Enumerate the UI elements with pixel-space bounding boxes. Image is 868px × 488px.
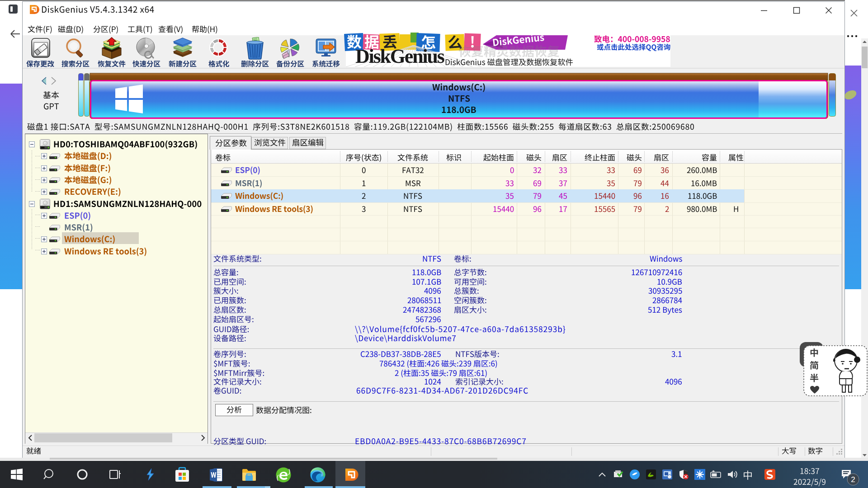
svg-text:2: 2 [851,475,855,484]
